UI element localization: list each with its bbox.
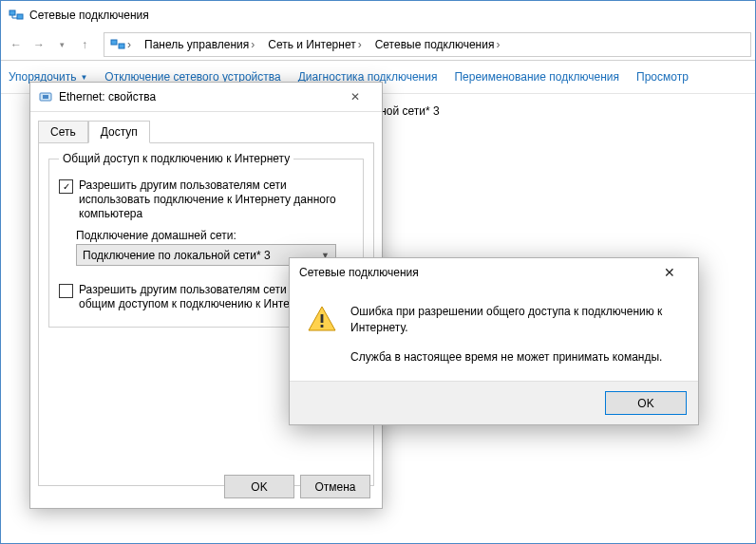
dialog-titlebar: Сетевые подключения ✕ xyxy=(290,258,698,287)
allow-sharing-checkbox[interactable] xyxy=(59,179,73,194)
network-icon xyxy=(110,37,125,52)
connection-list: ная сеть Atheros AR9485 Wirel... Подключ… xyxy=(343,93,755,159)
close-button[interactable]: ✕ xyxy=(651,259,689,286)
svg-rect-2 xyxy=(111,40,117,45)
dialog-title: Сетевые подключения xyxy=(299,266,419,279)
error-dialog: Сетевые подключения ✕ Ошибка при разреше… xyxy=(289,257,699,425)
breadcrumb-segment[interactable]: Сетевые подключения xyxy=(375,38,495,51)
svg-rect-3 xyxy=(119,44,124,48)
warning-icon xyxy=(307,304,337,334)
address-bar[interactable]: › Панель управления› Сеть и Интернет› Се… xyxy=(104,32,751,57)
tab-strip: Сеть Доступ xyxy=(30,112,382,142)
home-network-label: Подключение домашней сети: xyxy=(76,229,353,242)
forward-button[interactable]: → xyxy=(28,33,50,56)
network-connections-window: Сетевые подключения ← → ▾ ↑ › Панель упр… xyxy=(0,0,756,544)
history-button[interactable]: ▾ xyxy=(50,33,73,56)
nav-arrows: ← → ▾ ↑ xyxy=(1,33,100,56)
ok-button[interactable]: OK xyxy=(224,475,294,498)
breadcrumb-segment[interactable]: Сеть и Интернет xyxy=(268,38,355,51)
dialog-titlebar: Ethernet: свойства ✕ xyxy=(30,83,382,112)
rename-button[interactable]: Переименование подключения xyxy=(454,70,619,84)
dialog-title: Ethernet: свойства xyxy=(59,90,156,103)
svg-rect-0 xyxy=(9,10,15,15)
tab-network[interactable]: Сеть xyxy=(38,121,88,143)
window-titlebar: Сетевые подключения xyxy=(1,1,755,29)
chevron-right-icon[interactable]: › xyxy=(249,38,256,51)
chevron-right-icon[interactable]: › xyxy=(125,38,133,51)
error-text: Ошибка при разрешении общего доступа к п… xyxy=(350,304,681,366)
group-title: Общий доступ к подключению к Интернету xyxy=(59,152,293,165)
allow-control-checkbox[interactable] xyxy=(59,284,73,298)
view-button[interactable]: Просмотр xyxy=(636,70,689,84)
allow-sharing-label: Разрешить другим пользователям сети испо… xyxy=(79,178,353,221)
chevron-right-icon[interactable]: › xyxy=(356,38,364,51)
back-button[interactable]: ← xyxy=(5,33,28,56)
svg-rect-1 xyxy=(17,14,23,19)
select-value: Подключение по локальной сети* 3 xyxy=(83,249,271,262)
svg-rect-11 xyxy=(321,314,324,323)
close-button[interactable]: ✕ xyxy=(336,84,374,110)
address-row: ← → ▾ ↑ › Панель управления› Сеть и Инте… xyxy=(1,29,755,61)
ethernet-icon xyxy=(38,89,53,104)
up-button[interactable]: ↑ xyxy=(73,33,96,56)
error-line: Ошибка при разрешении общего доступа к п… xyxy=(350,304,681,336)
network-icon xyxy=(9,8,24,23)
window-title: Сетевые подключения xyxy=(29,9,149,22)
ok-button[interactable]: OK xyxy=(605,391,687,415)
breadcrumb-segment[interactable]: Панель управления xyxy=(144,38,249,51)
chevron-right-icon[interactable]: › xyxy=(494,38,501,51)
cancel-button[interactable]: Отмена xyxy=(300,475,370,498)
dialog-button-row: OK Отмена xyxy=(224,475,370,498)
svg-rect-12 xyxy=(321,325,324,328)
tab-sharing[interactable]: Доступ xyxy=(88,121,150,143)
dialog-button-row: OK xyxy=(290,381,698,424)
error-line: Служба в настоящее время не может приним… xyxy=(350,349,681,366)
svg-rect-10 xyxy=(43,95,48,99)
